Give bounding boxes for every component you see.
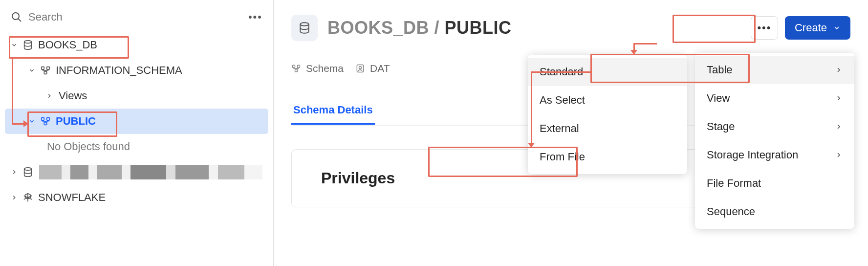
svg-rect-11 — [293, 65, 295, 67]
tree-label: SNOWFLAKE — [37, 191, 106, 204]
menu-label: Sequence — [707, 205, 755, 218]
tree-empty-message: No Objects found — [5, 134, 268, 159]
tree-label: INFORMATION_SCHEMA — [55, 64, 182, 77]
schema-icon — [40, 65, 55, 76]
sidebar-more-icon[interactable]: ••• — [248, 11, 262, 23]
snowflake-icon — [22, 192, 37, 203]
chip-schema: Schema — [291, 63, 344, 74]
menu-item-as-select[interactable]: As Select — [528, 86, 687, 114]
user-badge-icon — [355, 64, 365, 73]
database-icon — [22, 40, 37, 50]
tree-label: BOOKS_DB — [37, 39, 97, 51]
chevron-right-icon — [11, 169, 22, 176]
table-submenu: Standard As Select External From File — [528, 55, 687, 174]
breadcrumb-db[interactable]: BOOKS_DB — [327, 18, 429, 38]
search-icon[interactable] — [11, 11, 22, 23]
object-tree: BOOKS_DB INFORMATION_SCHEMA Views PUBLIC… — [0, 32, 273, 210]
menu-item-storage-integration[interactable]: Storage Integration — [695, 141, 854, 169]
chevron-right-icon — [835, 66, 843, 74]
menu-label: Storage Integration — [707, 149, 798, 161]
chevron-down-icon — [28, 67, 40, 74]
tree-item-views[interactable]: Views — [5, 83, 268, 109]
breadcrumb: BOOKS_DB / PUBLIC — [327, 18, 512, 38]
svg-rect-7 — [47, 118, 50, 121]
breadcrumb-schema: PUBLIC — [445, 18, 512, 38]
menu-item-view[interactable]: View — [695, 84, 854, 112]
tree-item-snowflake[interactable]: SNOWFLAKE — [5, 185, 268, 210]
tree-label: No Objects found — [46, 140, 130, 153]
menu-item-table[interactable]: Table — [695, 56, 854, 84]
svg-point-2 — [24, 41, 32, 44]
create-button[interactable]: Create — [785, 16, 850, 40]
search-input[interactable]: Search — [28, 11, 63, 23]
menu-item-file-format[interactable]: File Format — [695, 169, 854, 198]
chip-label: Schema — [306, 63, 344, 74]
redacted-text — [39, 165, 262, 179]
tree-label: PUBLIC — [55, 115, 96, 128]
chip-owner: DAT — [355, 63, 390, 74]
tree-item-books-db[interactable]: BOOKS_DB — [5, 32, 268, 58]
chevron-right-icon — [835, 94, 843, 102]
svg-point-9 — [24, 168, 32, 171]
menu-label: External — [540, 122, 579, 135]
menu-label: Stage — [707, 120, 735, 133]
tab-schema-details[interactable]: Schema Details — [291, 104, 375, 125]
tree-item-redacted[interactable] — [5, 159, 268, 185]
chevron-down-icon — [28, 118, 40, 125]
chevron-down-icon — [11, 42, 22, 48]
menu-item-standard[interactable]: Standard — [528, 58, 687, 86]
chevron-right-icon — [835, 151, 843, 159]
svg-line-1 — [18, 19, 21, 22]
header-more-button[interactable]: ••• — [751, 16, 778, 40]
menu-item-from-file[interactable]: From File — [528, 143, 687, 171]
create-button-label: Create — [795, 22, 827, 34]
menu-label: Standard — [540, 66, 583, 78]
svg-rect-6 — [42, 118, 44, 121]
chevron-down-icon — [833, 24, 841, 32]
create-menu: Table View Stage Storage Integration Fil… — [695, 53, 854, 229]
menu-label: View — [707, 92, 730, 105]
chevron-right-icon — [46, 92, 58, 99]
svg-rect-3 — [42, 67, 44, 70]
menu-item-sequence[interactable]: Sequence — [695, 198, 854, 226]
chip-label: DAT — [370, 63, 390, 74]
menu-label: As Select — [540, 94, 585, 107]
menu-item-stage[interactable]: Stage — [695, 112, 854, 141]
tree-item-public[interactable]: PUBLIC — [5, 109, 268, 134]
schema-icon — [40, 116, 55, 127]
database-icon — [22, 167, 37, 177]
svg-rect-4 — [47, 67, 50, 70]
breadcrumb-sep: / — [429, 18, 445, 38]
svg-point-15 — [359, 66, 362, 69]
menu-label: File Format — [707, 177, 761, 190]
schema-icon — [291, 64, 301, 73]
chevron-right-icon — [11, 194, 22, 201]
svg-rect-13 — [295, 69, 298, 72]
menu-label: Table — [707, 64, 733, 76]
tree-label: Views — [58, 89, 87, 102]
chevron-right-icon — [835, 123, 843, 131]
menu-item-external[interactable]: External — [528, 114, 687, 143]
main-panel: BOOKS_DB / PUBLIC ••• Create Schema DAT … — [274, 0, 868, 266]
svg-rect-8 — [44, 122, 47, 125]
menu-label: From File — [540, 151, 585, 163]
svg-point-0 — [12, 13, 19, 20]
tree-item-information-schema[interactable]: INFORMATION_SCHEMA — [5, 58, 268, 83]
svg-rect-5 — [44, 71, 47, 74]
database-chip-icon — [291, 15, 318, 41]
svg-point-10 — [300, 22, 308, 26]
svg-rect-12 — [298, 65, 300, 67]
sidebar: Search ••• BOOKS_DB INFORMATION_SCHEMA V… — [0, 0, 274, 266]
